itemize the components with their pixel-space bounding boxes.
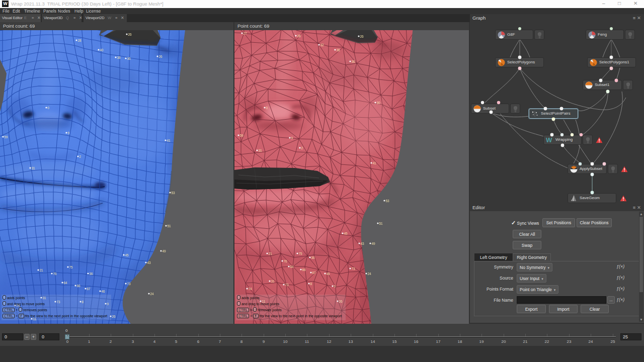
svg-text:27: 27 (244, 32, 248, 35)
svg-text:66: 66 (302, 268, 306, 272)
svg-text:51: 51 (379, 222, 383, 225)
svg-text:8: 8 (310, 282, 312, 286)
svg-text:64: 64 (64, 281, 68, 285)
svg-text:53: 53 (386, 199, 390, 203)
svg-text:45: 45 (125, 253, 129, 257)
svg-text:38: 38 (337, 48, 341, 52)
svg-text:28: 28 (78, 39, 82, 42)
svg-text:31: 31 (32, 166, 36, 170)
svg-text:21: 21 (40, 268, 44, 272)
svg-text:49: 49 (372, 242, 376, 245)
svg-text:73: 73 (352, 267, 356, 270)
svg-text:43: 43 (361, 242, 365, 245)
svg-text:49: 49 (163, 249, 167, 253)
svg-text:28: 28 (297, 34, 301, 38)
svg-text:38: 38 (117, 56, 121, 59)
svg-text:30: 30 (377, 101, 381, 105)
svg-text:75: 75 (69, 265, 73, 269)
svg-text:75: 75 (299, 252, 303, 255)
svg-text:67: 67 (87, 287, 91, 291)
svg-text:74: 74 (249, 287, 253, 291)
svg-text:64: 64 (290, 265, 294, 268)
svg-text:46: 46 (327, 272, 331, 276)
svg-text:31: 31 (259, 149, 263, 152)
svg-text:26: 26 (159, 55, 163, 58)
svg-text:9: 9 (68, 131, 70, 135)
svg-text:36: 36 (352, 60, 356, 63)
svg-text:26: 26 (112, 315, 116, 318)
svg-text:73: 73 (285, 283, 289, 287)
svg-text:36: 36 (311, 256, 315, 259)
svg-text:43: 43 (147, 261, 151, 264)
svg-text:51: 51 (168, 224, 172, 228)
svg-text:24: 24 (368, 272, 372, 276)
svg-text:46: 46 (102, 290, 106, 293)
svg-text:2: 2 (301, 146, 303, 150)
svg-text:32: 32 (320, 43, 325, 47)
svg-text:45: 45 (344, 232, 348, 235)
svg-text:2: 2 (79, 155, 82, 158)
svg-text:9: 9 (291, 136, 293, 140)
svg-text:41: 41 (373, 161, 377, 165)
svg-text:41: 41 (167, 139, 171, 142)
svg-text:59: 59 (240, 134, 244, 137)
svg-text:40: 40 (100, 48, 104, 52)
svg-text:73: 73 (127, 282, 131, 286)
svg-text:53: 53 (172, 191, 176, 195)
svg-text:66: 66 (77, 284, 81, 288)
svg-text:26: 26 (360, 35, 364, 38)
svg-text:36: 36 (90, 272, 94, 276)
svg-text:21: 21 (269, 252, 273, 255)
svg-text:9: 9 (334, 285, 336, 288)
svg-text:0: 0 (266, 106, 268, 110)
svg-text:76: 76 (53, 272, 57, 276)
svg-text:67: 67 (312, 271, 316, 275)
svg-text:76: 76 (284, 259, 288, 263)
svg-text:26: 26 (128, 33, 132, 36)
svg-text:24: 24 (150, 292, 154, 296)
svg-text:59: 59 (5, 135, 9, 139)
svg-text:0: 0 (48, 106, 50, 110)
svg-text:31: 31 (271, 280, 275, 283)
svg-text:36: 36 (127, 57, 131, 60)
